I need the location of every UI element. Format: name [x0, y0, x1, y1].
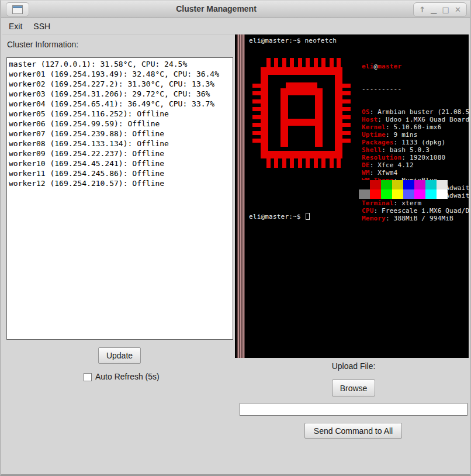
node-line: worker06 (169.254.99.59): Offline — [9, 119, 233, 129]
palette-swatch — [381, 189, 392, 199]
palette-swatch — [414, 180, 425, 189]
palette-swatch — [381, 180, 392, 189]
terminal-prompt-line: eli@master:~$ neofetch — [249, 37, 337, 44]
palette-swatch — [370, 180, 381, 189]
node-line: worker07 (169.254.239.88): Offline — [9, 129, 233, 139]
neofetch-entry: Shell: bash 5.0.3 — [362, 146, 469, 154]
node-line: worker11 (169.254.245.86): Offline — [9, 168, 233, 178]
palette-swatch — [437, 189, 448, 199]
xterm-terminal[interactable]: eli@master:~$ neofetch — [235, 35, 469, 358]
node-line: worker05 (169.254.116.252): Offline — [9, 109, 233, 119]
node-line: worker01 (169.254.193.49): 32.48°C, CPU:… — [9, 69, 233, 79]
terminal-prompt-line-2: eli@master:~$ — [249, 213, 310, 220]
node-line: worker04 (169.254.65.41): 36.49°C, CPU: … — [9, 99, 233, 109]
window-controls: ↑ ▁ □ ✕ — [413, 2, 467, 17]
terminal-color-palette — [359, 180, 448, 199]
palette-swatch — [437, 180, 448, 189]
menubar: Exit SSH — [2, 18, 469, 35]
shade-icon[interactable]: ↑ — [419, 6, 425, 13]
cluster-management-window: Cluster Management ↑ ▁ □ ✕ Exit SSH Clus… — [0, 0, 471, 476]
neofetch-header: eli@master — [362, 63, 469, 70]
node-line: worker08 (169.254.133.134): Offline — [9, 139, 233, 149]
maximize-icon[interactable]: □ — [442, 6, 449, 13]
palette-swatch — [403, 189, 414, 199]
neofetch-entry: Terminal: xterm — [362, 199, 469, 207]
neofetch-entry: Packages: 1133 (dpkg) — [362, 139, 469, 146]
neofetch-entry: Memory: 388MiB / 994MiB — [362, 215, 469, 222]
palette-swatch — [392, 189, 403, 199]
neofetch-entry: CPU: Freescale i.MX6 Quad/Dua — [362, 207, 469, 215]
neofetch-info: eli@master ---------- OS: Armbian buster… — [362, 47, 469, 131]
node-line: worker10 (169.254.45.241): Offline — [9, 158, 233, 168]
neofetch-entry: Uptime: 9 mins — [362, 131, 469, 139]
palette-swatch — [425, 180, 437, 189]
neofetch-entry: DE: Xfce 4.12 — [362, 161, 469, 169]
update-button[interactable]: Update — [98, 347, 141, 364]
menu-item-ssh[interactable]: SSH — [29, 19, 55, 33]
node-line: worker02 (169.254.227.2): 31.30°C, CPU: … — [9, 79, 233, 89]
neofetch-separator: ---------- — [362, 85, 469, 93]
node-line: worker12 (169.254.210.57): Offline — [9, 178, 233, 188]
upload-file-label: Upload File: — [235, 361, 471, 371]
node-line: worker03 (169.254.31.206): 29.72°C, CPU:… — [9, 89, 233, 99]
neofetch-entry: Host: Udoo i.MX6 Quad Board — [362, 116, 469, 123]
palette-swatch — [403, 180, 414, 189]
palette-swatch — [359, 180, 370, 189]
terminal-scrollbar[interactable] — [237, 35, 245, 358]
close-icon[interactable]: ✕ — [455, 6, 461, 13]
neofetch-entry: OS: Armbian buster (21.08.5) — [362, 108, 469, 116]
cluster-information-label: Cluster Information: — [7, 40, 78, 49]
node-line: worker09 (169.254.22.237): Offline — [9, 149, 233, 158]
armbian-logo — [252, 58, 351, 169]
palette-swatch — [359, 189, 370, 199]
palette-swatch — [392, 180, 403, 189]
minimize-icon[interactable]: ▁ — [431, 6, 437, 13]
neofetch-entry: Kernel: 5.10.60-imx6 — [362, 123, 469, 131]
titlebar[interactable]: Cluster Management ↑ ▁ □ ✕ — [1, 1, 470, 18]
command-input[interactable] — [240, 403, 467, 416]
palette-swatch — [425, 189, 437, 199]
terminal-cursor — [306, 213, 310, 220]
send-command-button[interactable]: Send Command to All — [304, 423, 402, 439]
palette-swatch — [414, 189, 425, 199]
menu-item-exit[interactable]: Exit — [4, 19, 27, 33]
cluster-node-list[interactable]: master (127.0.0.1): 31.58°C, CPU: 24.5%w… — [6, 57, 233, 340]
auto-refresh-label: Auto Refresh (5s) — [95, 372, 160, 381]
auto-refresh-checkbox[interactable] — [84, 373, 92, 381]
neofetch-entry: Resolution: 1920x1080 — [362, 154, 469, 161]
node-line: master (127.0.0.1): 31.58°C, CPU: 24.5% — [9, 59, 233, 69]
browse-button[interactable]: Browse — [332, 380, 375, 396]
window-title: Cluster Management — [1, 1, 431, 18]
neofetch-entry: WM: Xfwm4 — [362, 169, 469, 177]
palette-swatch — [370, 189, 381, 199]
